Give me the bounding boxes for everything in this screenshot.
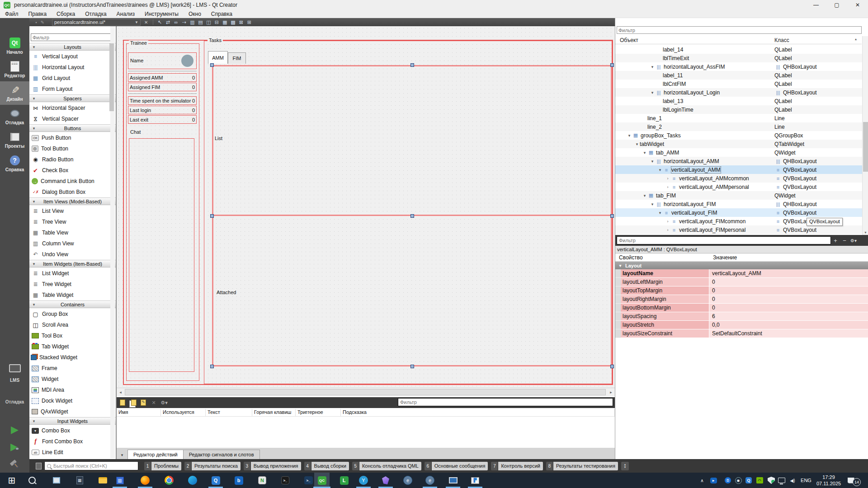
tree-row-verticalLayout_AMMcommon[interactable]: ›≡verticalLayout_AMMcommon≡QVBoxLayout: [615, 174, 862, 183]
section-header-buttons[interactable]: ▾Buttons: [29, 124, 116, 132]
search-icon[interactable]: [26, 474, 38, 486]
edit-tab-order-icon[interactable]: ⇢: [180, 19, 188, 26]
remote-desktop-icon[interactable]: [447, 474, 459, 486]
tree-row-tabWidget[interactable]: ▾tabWidgetQTabWidget: [615, 140, 862, 148]
property-row-layoutSpacing[interactable]: layoutSpacing6: [615, 312, 868, 321]
open-document-selector[interactable]: personalcardtrainee.ui* ▼: [52, 19, 141, 26]
selection-handle[interactable]: [610, 63, 614, 67]
mode-help[interactable]: ?Справка: [0, 152, 29, 175]
q-app-icon[interactable]: Q: [210, 474, 222, 486]
start-button[interactable]: ⊞: [6, 474, 18, 486]
property-value[interactable]: 0,0: [709, 321, 868, 329]
tree-row-line_2[interactable]: line_2Line: [615, 122, 862, 131]
postgres-icon[interactable]: e: [402, 474, 414, 486]
maximize-button[interactable]: ▢: [826, 0, 847, 10]
scrollbar-thumb[interactable]: [863, 122, 868, 172]
chevron-down-icon[interactable]: ▾: [117, 453, 127, 457]
kit-project-label[interactable]: LMS: [0, 378, 29, 383]
widget-item-combo-box[interactable]: ▾Combo Box: [29, 425, 116, 436]
configure-icon[interactable]: ⚙▾: [849, 238, 858, 243]
network-icon[interactable]: [777, 476, 786, 484]
column-header-5[interactable]: Триггерное: [296, 409, 341, 416]
collapse-arrow-icon[interactable]: ›: [665, 185, 670, 189]
qt-creator-taskbar-icon[interactable]: QC: [316, 474, 328, 486]
tree-row-horizontalLayout_FIM[interactable]: ▾|||horizontalLayout_FIM|||QHBoxLayout: [615, 200, 862, 208]
fork-icon[interactable]: Y: [358, 474, 369, 486]
layout-splitter-horizontal-icon[interactable]: ◫: [204, 19, 212, 26]
stat-row-time-spent-on-the-simulator[interactable]: Time spent on the simulator0: [128, 96, 197, 105]
widget-item-horizontal-spacer[interactable]: ⋈Horizontal Spacer: [29, 103, 116, 113]
property-filter-input[interactable]: [617, 236, 831, 244]
widget-item-list-widget[interactable]: ≣List Widget: [29, 268, 116, 279]
bluetooth-icon[interactable]: B: [723, 476, 732, 484]
tray-mail-icon[interactable]: ▸: [709, 476, 718, 484]
copy-action-icon[interactable]: [128, 399, 137, 407]
configure-actions-icon[interactable]: ⚙▾: [160, 399, 169, 407]
break-layout-icon[interactable]: ⊠: [237, 19, 245, 26]
chat-group-box[interactable]: [129, 138, 194, 372]
tree-row-lblLoginTime[interactable]: lblLoginTimeQLabel: [615, 105, 862, 114]
edit-buddies-icon[interactable]: ∞: [172, 19, 180, 26]
object-column-header[interactable]: Объект: [620, 37, 638, 43]
action-editor-filter-input[interactable]: [398, 398, 613, 406]
mode-projects[interactable]: Проекты: [0, 128, 29, 152]
widget-item-check-box[interactable]: ✔Check Box: [29, 165, 116, 176]
mode-design[interactable]: ✎Дизайн: [0, 81, 29, 105]
mode-debug-mode[interactable]: Отладка: [0, 105, 29, 128]
output-pane-1[interactable]: 1Проблемы: [144, 462, 181, 470]
widget-item-group-box[interactable]: ▢Group Box: [29, 309, 116, 319]
section-header-item[interactable]: ▾Item Widgets (Item-Based): [29, 260, 116, 267]
output-pane-8[interactable]: 8Результаты тестирования: [546, 462, 618, 470]
tree-row-horizontalLayout_Login[interactable]: ▾|||horizontalLayout_Login|||QHBoxLayout: [615, 88, 862, 97]
selection-handle[interactable]: [410, 63, 414, 67]
scroll-up-icon[interactable]: ▴: [855, 37, 857, 41]
menu-файл[interactable]: Файл: [0, 10, 24, 18]
menu-правка[interactable]: Правка: [24, 10, 52, 18]
layout-vertically-icon[interactable]: ▤: [196, 19, 204, 26]
language-indicator[interactable]: ENG: [799, 476, 813, 484]
canvas-horizontal-scrollbar[interactable]: ◂ ▸: [117, 388, 615, 396]
selection-handle[interactable]: [410, 214, 414, 218]
expand-arrow-icon[interactable]: ▾: [657, 211, 663, 215]
chrome-icon[interactable]: [163, 474, 175, 486]
output-pane-4[interactable]: 4Вывод сборки: [304, 462, 349, 470]
stat-row-last-exit[interactable]: Last exit0: [128, 115, 197, 124]
property-row-layoutSizeConstraint[interactable]: layoutSizeConstraintSetDefaultConstraint: [615, 329, 868, 338]
property-value[interactable]: 0: [709, 286, 868, 295]
tree-row-verticalLayout_FIMpersonal[interactable]: ›≡verticalLayout_FIMpersonal≡QVBoxLayout: [615, 225, 862, 234]
notepadpp-icon[interactable]: N: [256, 474, 268, 486]
remove-property-icon[interactable]: −: [840, 237, 849, 244]
column-header-1[interactable]: Имя: [117, 409, 161, 416]
add-property-icon[interactable]: +: [831, 237, 840, 244]
layout-form-icon[interactable]: ▦: [221, 19, 229, 26]
output-pane-3[interactable]: 3Вывод приложения: [244, 462, 301, 470]
layout-grid-icon[interactable]: ▩: [229, 19, 237, 26]
menu-отладка[interactable]: Отладка: [80, 10, 111, 18]
window-app-icon[interactable]: ▛: [469, 474, 481, 486]
bottom-tab-actions[interactable]: Редактор действий: [127, 450, 184, 459]
widget-box-filter-input[interactable]: [31, 33, 111, 41]
run-button[interactable]: ▶: [0, 423, 29, 436]
layout-splitter-vertical-icon[interactable]: ⊟: [212, 19, 221, 26]
selection-handle[interactable]: [210, 63, 214, 67]
column-header-3[interactable]: Текст: [206, 409, 252, 416]
property-value[interactable]: 0: [709, 278, 868, 286]
clock[interactable]: 17:2907.11.2025: [814, 474, 844, 487]
property-column-header[interactable]: Свойство: [619, 254, 643, 261]
tree-row-label_13[interactable]: label_13QLabel: [615, 97, 862, 105]
widget-item-vertical-spacer[interactable]: ⋈Vertical Spacer: [29, 113, 116, 124]
widget-item-dialog-button-box[interactable]: ✓✗Dialog Button Box: [29, 187, 116, 197]
run-debug-button[interactable]: ▶: [0, 440, 29, 454]
section-header-layouts[interactable]: ▾Layouts: [29, 43, 116, 51]
tray-expand-icon[interactable]: ∧: [698, 476, 706, 484]
property-row-layoutLeftMargin[interactable]: layoutLeftMargin0: [615, 278, 868, 286]
property-value[interactable]: 0: [709, 295, 868, 304]
tree-row-lblCntFIM[interactable]: lblCntFIMQLabel: [615, 80, 862, 88]
volume-icon[interactable]: ◀): [788, 476, 797, 484]
kit-selector-icon[interactable]: [0, 361, 29, 375]
widget-item-form-layout[interactable]: ▥Form Layout: [29, 84, 116, 94]
property-row-layoutTopMargin[interactable]: layoutTopMargin0: [615, 286, 868, 295]
tab-amm[interactable]: AMM: [208, 51, 228, 64]
close-document-icon[interactable]: ✕: [144, 20, 148, 25]
tree-row-horizontalLayout_AssFIM[interactable]: ▾|||horizontalLayout_AssFIM|||QHBoxLayou…: [615, 62, 862, 71]
